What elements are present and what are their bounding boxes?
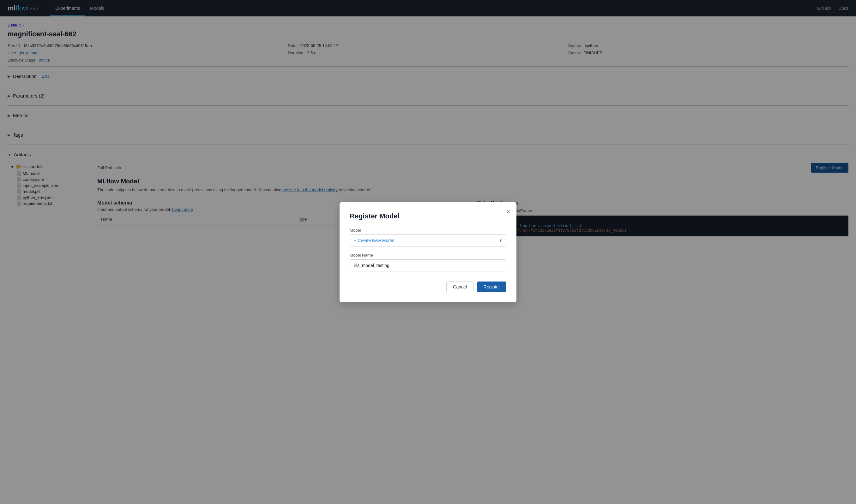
modal-title: Register Model (350, 212, 506, 220)
modal-close-button[interactable]: × (506, 208, 510, 215)
model-dropdown[interactable]: + Create New Model (350, 234, 506, 243)
modal-overlay: Register Model × Model + Create New Mode… (0, 0, 856, 243)
model-select-wrapper: + Create New Model ▼ (350, 234, 506, 243)
create-new-model-option: + Create New Model (354, 238, 394, 243)
model-dropdown-label: Model (350, 228, 506, 233)
register-model-modal: Register Model × Model + Create New Mode… (339, 202, 517, 243)
